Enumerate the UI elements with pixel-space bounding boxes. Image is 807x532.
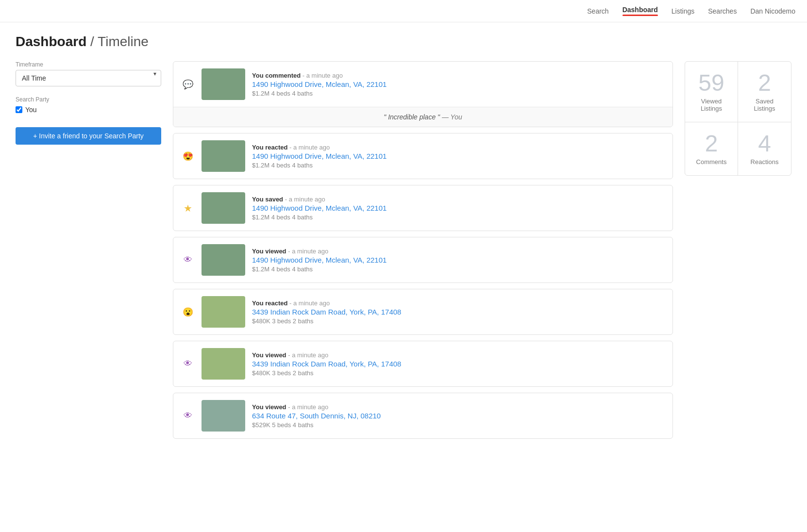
entry-action: You reacted - a minute ago [252,144,665,151]
timeline-entry: 👁 You viewed - a minute ago 634 Route 47… [173,393,672,438]
timeline-entry: ★ You saved - a minute ago 1490 Highwood… [173,185,672,231]
eye-icon: 👁 [181,411,195,421]
timeline-card: 💬 You commented - a minute ago 1490 High… [173,61,673,127]
nav-listings[interactable]: Listings [672,7,694,15]
reaction-icon: 😍 [181,151,195,162]
entry-action: You reacted - a minute ago [252,299,665,307]
search-party-member-item: You [16,106,161,114]
entry-action: You viewed - a minute ago [252,403,665,411]
nav-search[interactable]: Search [587,7,608,15]
comments-count: 2 [693,132,730,155]
entry-address-link[interactable]: 1490 Highwood Drive, Mclean, VA, 22101 [252,80,665,88]
entry-details: $1.2M 4 beds 4 baths [252,214,313,221]
stat-saved-listings: 2 Saved Listings [738,62,791,122]
search-party-label: Search Party [16,96,161,103]
entry-details: $1.2M 4 beds 4 baths [252,90,313,97]
timeline-card: ★ You saved - a minute ago 1490 Highwood… [173,185,673,231]
listing-thumbnail [202,68,245,100]
listing-thumbnail [202,296,245,328]
nav-dashboard[interactable]: Dashboard [622,6,658,16]
timeline-card: 👁 You viewed - a minute ago 1490 Highwoo… [173,237,673,283]
viewed-listings-label: Viewed Listings [693,98,730,112]
search-party-checkbox[interactable] [16,106,22,113]
entry-content: You reacted - a minute ago 3439 Indian R… [252,299,665,325]
entry-address-link[interactable]: 634 Route 47, South Dennis, NJ, 08210 [252,412,665,420]
timeframe-label: Timeframe [16,61,161,68]
saved-listings-label: Saved Listings [746,98,783,112]
search-party-section: Search Party You [16,96,161,114]
reaction-icon: 😮 [181,307,195,317]
entry-details: $1.2M 4 beds 4 baths [252,266,313,273]
invite-button[interactable]: + Invite a friend to your Search Party [16,127,161,145]
listing-thumbnail [202,192,245,224]
timeline-entry: 😮 You reacted - a minute ago 3439 Indian… [173,289,672,334]
stats-grid: 59 Viewed Listings 2 Saved Listings 2 Co… [685,62,791,175]
entry-action: You saved - a minute ago [252,196,665,203]
timeframe-section: Timeframe All Time Last 7 Days Last 30 D… [16,61,161,86]
stat-comments: 2 Comments [685,122,738,175]
eye-icon: 👁 [181,359,195,369]
entry-address-link[interactable]: 3439 Indian Rock Dam Road, York, PA, 174… [252,308,665,316]
sidebar: Timeframe All Time Last 7 Days Last 30 D… [16,61,161,445]
entry-content: You viewed - a minute ago 634 Route 47, … [252,403,665,429]
entry-address-link[interactable]: 1490 Highwood Drive, Mclean, VA, 22101 [252,152,665,160]
entry-content: You viewed - a minute ago 1490 Highwood … [252,248,665,273]
listing-thumbnail [202,140,245,172]
page-title: Dashboard / Timeline [16,34,791,50]
entry-action: You commented - a minute ago [252,72,665,79]
entry-content: You reacted - a minute ago 1490 Highwood… [252,144,665,169]
timeline-card: 😮 You reacted - a minute ago 3439 Indian… [173,289,673,335]
timeline-card: 😍 You reacted - a minute ago 1490 Highwo… [173,133,673,179]
listing-thumbnail [202,400,245,432]
star-icon: ★ [181,202,195,214]
entry-details: $480K 3 beds 2 baths [252,317,314,325]
close-quote-icon: " [436,113,440,121]
timeline-card: 👁 You viewed - a minute ago 3439 Indian … [173,341,673,387]
nav-user[interactable]: Dan Nicodemo [750,7,795,15]
search-party-member-name: You [25,106,37,114]
nav-searches[interactable]: Searches [708,7,737,15]
comments-label: Comments [693,158,730,166]
open-quote-icon: " [384,113,388,121]
timeline-feed: 💬 You commented - a minute ago 1490 High… [173,61,673,445]
entry-content: You commented - a minute ago 1490 Highwo… [252,72,665,97]
nav-active-indicator [622,15,658,16]
stat-reactions: 4 Reactions [738,122,791,175]
stat-viewed-listings: 59 Viewed Listings [685,62,738,122]
listing-thumbnail [202,348,245,380]
entry-details: $529K 5 beds 4 baths [252,421,314,429]
listing-thumbnail [202,244,245,276]
stats-panel: 59 Viewed Listings 2 Saved Listings 2 Co… [685,61,791,176]
entry-address-link[interactable]: 3439 Indian Rock Dam Road, York, PA, 174… [252,360,665,368]
comment-text: Incredible place [388,113,436,121]
comment-icon: 💬 [181,79,195,90]
entry-action: You viewed - a minute ago [252,248,665,255]
timeline-entry: 👁 You viewed - a minute ago 1490 Highwoo… [173,237,672,283]
timeline-entry: 👁 You viewed - a minute ago 3439 Indian … [173,341,672,386]
entry-action: You viewed - a minute ago [252,351,665,359]
comment-banner: " Incredible place " — You [173,107,672,127]
timeframe-select[interactable]: All Time Last 7 Days Last 30 Days Last 9… [16,70,161,86]
reactions-label: Reactions [746,158,783,166]
viewed-listings-count: 59 [693,71,730,95]
timeline-card: 👁 You viewed - a minute ago 634 Route 47… [173,393,673,439]
comment-author: — You [442,113,462,121]
nav-bar: Search Dashboard Listings Searches Dan N… [0,0,807,22]
saved-listings-count: 2 [746,71,783,95]
eye-icon: 👁 [181,255,195,265]
entry-address-link[interactable]: 1490 Highwood Drive, Mclean, VA, 22101 [252,256,665,264]
entry-content: You saved - a minute ago 1490 Highwood D… [252,196,665,221]
entry-content: You viewed - a minute ago 3439 Indian Ro… [252,351,665,377]
timeline-entry: 😍 You reacted - a minute ago 1490 Highwo… [173,133,672,179]
timeline-entry: 💬 You commented - a minute ago 1490 High… [173,62,672,107]
entry-details: $1.2M 4 beds 4 baths [252,162,313,169]
entry-address-link[interactable]: 1490 Highwood Drive, Mclean, VA, 22101 [252,204,665,212]
reactions-count: 4 [746,132,783,155]
entry-details: $480K 3 beds 2 baths [252,369,314,377]
